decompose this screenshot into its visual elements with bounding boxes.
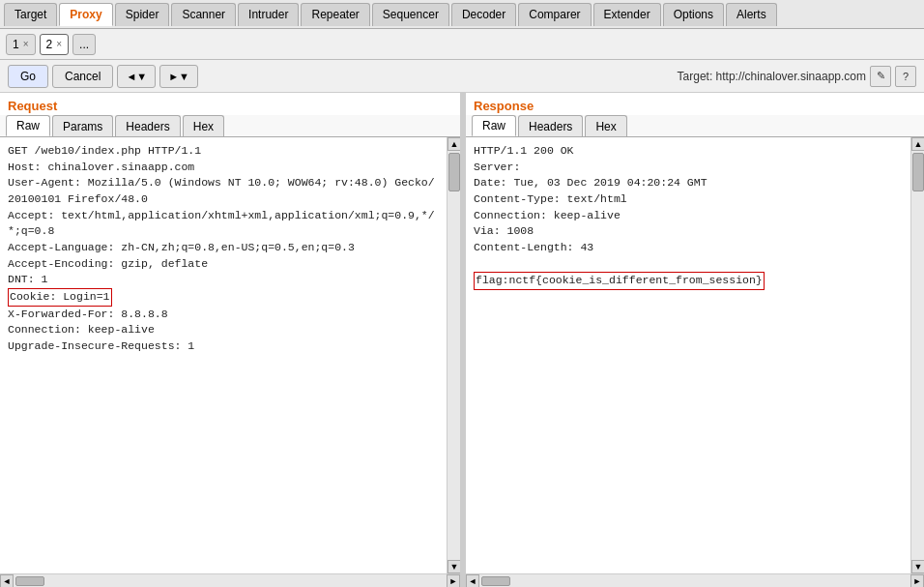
request-scrollbar-h: ◄ ►: [0, 573, 460, 587]
sub-tab-2-close[interactable]: ×: [56, 39, 62, 49]
back-arrow-button[interactable]: ◄▼: [117, 65, 156, 88]
response-scrollbar-h: ◄ ►: [466, 573, 924, 587]
sub-tab-2-label: 2: [46, 38, 53, 51]
tab-options[interactable]: Options: [663, 3, 724, 26]
request-scroll-down[interactable]: ▼: [448, 560, 460, 573]
request-tab-hex[interactable]: Hex: [183, 115, 224, 136]
response-scroll-up[interactable]: ▲: [911, 137, 924, 151]
request-panel: Request Raw Params Headers Hex GET /web1…: [0, 93, 462, 587]
go-button[interactable]: Go: [8, 65, 48, 88]
sub-tabs-bar: 1 × 2 × ...: [0, 29, 924, 60]
tab-repeater[interactable]: Repeater: [301, 3, 369, 26]
response-scroll-right[interactable]: ►: [910, 574, 924, 588]
tab-alerts[interactable]: Alerts: [726, 3, 777, 26]
request-tab-raw[interactable]: Raw: [6, 115, 50, 136]
forward-arrow-button[interactable]: ►▼: [159, 65, 198, 88]
response-scroll-left[interactable]: ◄: [466, 574, 479, 588]
tab-spider[interactable]: Spider: [115, 3, 170, 26]
tab-target[interactable]: Target: [4, 3, 57, 26]
top-nav-bar: Target Proxy Spider Scanner Intruder Rep…: [0, 0, 924, 29]
sub-tab-1-close[interactable]: ×: [23, 39, 29, 49]
cancel-button[interactable]: Cancel: [52, 65, 113, 88]
response-panel-body: HTTP/1.1 200 OK Server: Date: Tue, 03 De…: [466, 137, 924, 573]
request-panel-title: Request: [0, 93, 460, 115]
sub-tab-2[interactable]: 2 ×: [40, 34, 70, 55]
response-scroll-down[interactable]: ▼: [911, 560, 924, 573]
tab-decoder[interactable]: Decoder: [451, 3, 516, 26]
target-help-button[interactable]: ?: [895, 66, 916, 87]
target-edit-button[interactable]: ✎: [870, 66, 891, 87]
request-scroll-h-thumb[interactable]: [15, 576, 44, 586]
tab-proxy[interactable]: Proxy: [59, 3, 112, 26]
tab-extender[interactable]: Extender: [593, 3, 661, 26]
response-scrollbar-v[interactable]: ▲ ▼: [910, 137, 924, 573]
sub-tab-1-label: 1: [13, 38, 19, 51]
request-panel-body: GET /web10/index.php HTTP/1.1 Host: chin…: [0, 137, 460, 573]
target-info: Target: http://chinalover.sinaapp.com ✎ …: [678, 66, 916, 87]
response-scroll-thumb[interactable]: [912, 153, 924, 191]
tab-intruder[interactable]: Intruder: [238, 3, 299, 26]
tab-comparer[interactable]: Comparer: [518, 3, 591, 26]
response-text[interactable]: HTTP/1.1 200 OK Server: Date: Tue, 03 De…: [466, 137, 910, 573]
tab-sequencer[interactable]: Sequencer: [372, 3, 449, 26]
main-content: Request Raw Params Headers Hex GET /web1…: [0, 93, 924, 587]
request-scroll-right[interactable]: ►: [447, 574, 460, 588]
request-tab-params[interactable]: Params: [52, 115, 113, 136]
tab-scanner[interactable]: Scanner: [171, 3, 236, 26]
target-label: Target: http://chinalover.sinaapp.com: [678, 70, 866, 83]
response-tab-hex[interactable]: Hex: [585, 115, 626, 136]
sub-tab-1[interactable]: 1 ×: [6, 34, 36, 55]
request-scroll-thumb[interactable]: [448, 153, 460, 191]
request-scrollbar-v[interactable]: ▲ ▼: [447, 137, 460, 573]
request-text[interactable]: GET /web10/index.php HTTP/1.1 Host: chin…: [0, 137, 447, 573]
sub-tab-more[interactable]: ...: [72, 34, 96, 55]
response-panel-title: Response: [466, 93, 924, 115]
toolbar: Go Cancel ◄▼ ►▼ Target: http://chinalove…: [0, 60, 924, 93]
request-scroll-left[interactable]: ◄: [0, 574, 14, 588]
response-panel: Response Raw Headers Hex HTTP/1.1 200 OK…: [466, 93, 924, 587]
response-tab-raw[interactable]: Raw: [472, 115, 516, 136]
response-inner-tabs: Raw Headers Hex: [466, 115, 924, 137]
request-inner-tabs: Raw Params Headers Hex: [0, 115, 460, 137]
response-scroll-h-thumb[interactable]: [481, 576, 510, 586]
request-scroll-up[interactable]: ▲: [448, 137, 460, 151]
request-tab-headers[interactable]: Headers: [115, 115, 180, 136]
response-tab-headers[interactable]: Headers: [518, 115, 583, 136]
